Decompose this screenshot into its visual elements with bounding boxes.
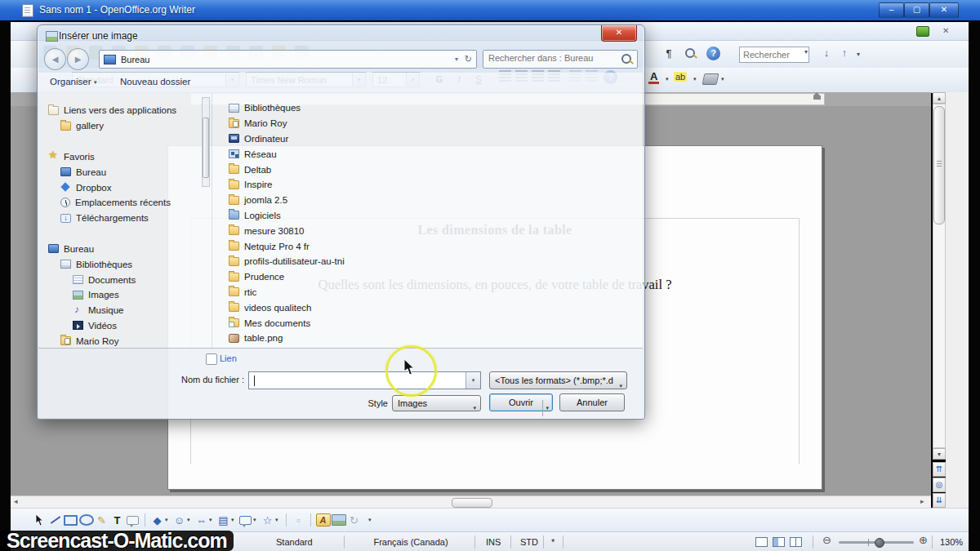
sidebar-item[interactable]: Documents: [38, 272, 210, 287]
select-tool-icon[interactable]: [32, 512, 47, 528]
filetype-dropdown[interactable]: <Tous les formats> (*.bmp;*.d ▾: [489, 371, 627, 389]
file-row[interactable]: Prudence: [212, 269, 643, 285]
style-dropdown[interactable]: Images ▾: [392, 395, 481, 411]
find-previous-icon[interactable]: ↑: [835, 44, 853, 62]
background-dropdown-icon[interactable]: ▾: [721, 76, 724, 82]
filename-dropdown-icon[interactable]: ▾: [466, 372, 480, 389]
symbol-shapes-dropdown-icon[interactable]: ▾: [187, 517, 194, 523]
sidebar-item[interactable]: Vidéos: [38, 318, 210, 334]
file-row[interactable]: Netquiz Pro 4 fr: [212, 238, 643, 254]
file-row[interactable]: rtic: [212, 285, 643, 300]
line-tool-icon[interactable]: [47, 512, 63, 528]
file-row[interactable]: joomla 2.5: [212, 193, 643, 208]
search-input[interactable]: [487, 52, 617, 64]
sidebar-scroll-thumb[interactable]: [203, 118, 209, 178]
refresh-icon[interactable]: ↻: [465, 54, 472, 64]
callout-tool-icon[interactable]: [125, 512, 140, 528]
scroll-right-icon[interactable]: ▸: [920, 497, 924, 505]
basic-shapes-icon[interactable]: ◆: [149, 512, 165, 528]
sidebar-item[interactable]: Favoris: [38, 149, 210, 165]
rectangle-tool-icon[interactable]: [63, 512, 78, 528]
callouts-dropdown-icon[interactable]: ▾: [253, 517, 260, 523]
vertical-scroll-thumb[interactable]: [933, 106, 945, 224]
horizontal-scroll-thumb[interactable]: [452, 498, 492, 508]
stars-icon[interactable]: ☆: [260, 512, 275, 528]
file-row[interactable]: mesure 30810: [212, 223, 643, 238]
symbol-shapes-icon[interactable]: ☺: [172, 512, 187, 528]
minimize-button[interactable]: –: [879, 2, 904, 18]
scroll-down-icon[interactable]: ▼: [933, 448, 946, 460]
find-next-icon[interactable]: ↓: [817, 44, 835, 62]
sidebar-item[interactable]: Mario Roy: [38, 333, 210, 348]
document-close-icon[interactable]: ✕: [942, 26, 949, 35]
sidebar-item[interactable]: Images: [38, 287, 210, 303]
formatting-marks-icon[interactable]: ¶: [660, 45, 678, 63]
freeform-line-icon[interactable]: ✎: [94, 512, 109, 528]
sidebar-item[interactable]: gallery: [38, 118, 210, 134]
back-icon[interactable]: ◀: [44, 48, 66, 70]
forward-icon[interactable]: ▶: [67, 48, 89, 70]
horizontal-scrollbar[interactable]: ◂ ▸: [11, 495, 931, 509]
from-file-icon[interactable]: [331, 512, 346, 528]
file-row[interactable]: Ordinateur: [212, 131, 643, 147]
file-row[interactable]: Mario Roy: [212, 116, 643, 131]
sidebar-scrollbar[interactable]: [202, 97, 210, 187]
highlighting-dropdown-icon[interactable]: ▾: [693, 76, 697, 82]
toolbar-overflow-icon[interactable]: ▾: [857, 51, 860, 58]
callouts-icon[interactable]: [238, 512, 253, 528]
find-dropdown-icon[interactable]: ▾: [804, 48, 808, 56]
breadcrumb[interactable]: Bureau: [121, 55, 149, 64]
zoom-tool-icon[interactable]: [684, 47, 697, 60]
file-row[interactable]: Logiciels: [212, 208, 643, 224]
organize-button[interactable]: Organiser: [50, 77, 91, 87]
scroll-up-icon[interactable]: ▲: [933, 92, 946, 104]
file-row[interactable]: Bibliothèques: [212, 100, 643, 116]
filename-input[interactable]: ▾: [248, 371, 481, 389]
file-row[interactable]: profils-dutilisateur-au-tni: [212, 254, 643, 269]
sidebar-item[interactable]: Emplacements récents: [38, 195, 210, 211]
text-tool-icon[interactable]: T: [109, 512, 125, 528]
flowchart-icon[interactable]: ▤: [216, 512, 231, 528]
link-checkbox[interactable]: [206, 353, 217, 365]
zoom-in-icon[interactable]: ⊕: [919, 534, 928, 547]
flowchart-dropdown-icon[interactable]: ▾: [231, 517, 238, 523]
font-color-dropdown-icon[interactable]: ▾: [666, 76, 669, 82]
search-box[interactable]: [483, 50, 638, 69]
find-input[interactable]: [739, 47, 809, 63]
navigation-icon[interactable]: ◎: [933, 478, 946, 492]
basic-shapes-dropdown-icon[interactable]: ▾: [165, 517, 172, 523]
next-page-icon[interactable]: ⇊: [933, 493, 946, 508]
background-color-icon[interactable]: [702, 73, 719, 85]
sidebar-item[interactable]: Bureau: [38, 242, 210, 257]
file-row[interactable]: Deltab: [212, 162, 643, 177]
zoom-out-icon[interactable]: ⊖: [822, 534, 831, 547]
fontwork-gallery-icon[interactable]: A: [315, 512, 331, 528]
help-icon[interactable]: ?: [706, 47, 720, 60]
organize-dropdown-icon[interactable]: ▾: [94, 79, 97, 86]
new-folder-button[interactable]: Nouveau dossier: [120, 77, 190, 87]
maximize-button[interactable]: ▢: [904, 2, 929, 18]
single-page-view-icon[interactable]: [755, 537, 768, 547]
sidebar-item[interactable]: Liens vers des applications: [38, 103, 210, 118]
page-style-field[interactable]: Standard: [276, 535, 313, 549]
sidebar-item[interactable]: Téléchargements: [38, 211, 210, 226]
file-row[interactable]: table.png: [212, 331, 643, 346]
drawbar-overflow-icon[interactable]: ▾: [368, 517, 375, 523]
cancel-button[interactable]: Annuler: [559, 393, 625, 411]
file-row[interactable]: Réseau: [212, 146, 643, 162]
block-arrows-dropdown-icon[interactable]: ▾: [209, 517, 216, 523]
address-dropdown-icon[interactable]: ▾: [455, 56, 458, 63]
file-row[interactable]: Mes documents: [212, 315, 643, 331]
sidebar-item[interactable]: Musique: [38, 303, 210, 318]
insert-mode-field[interactable]: INS: [486, 535, 501, 549]
selection-mode-field[interactable]: STD: [520, 535, 538, 549]
highlighting-icon[interactable]: ab: [674, 72, 687, 82]
zoom-slider-thumb[interactable]: [875, 538, 884, 548]
sidebar-item[interactable]: Dropbox: [38, 180, 210, 195]
file-row[interactable]: videos qualitech: [212, 300, 643, 315]
sidebar-item[interactable]: Bureau: [38, 164, 210, 180]
language-field[interactable]: Français (Canada): [354, 535, 468, 549]
book-view-icon[interactable]: [790, 537, 802, 547]
previous-page-icon[interactable]: ⇈: [933, 462, 946, 477]
scroll-left-icon[interactable]: ◂: [14, 497, 18, 505]
